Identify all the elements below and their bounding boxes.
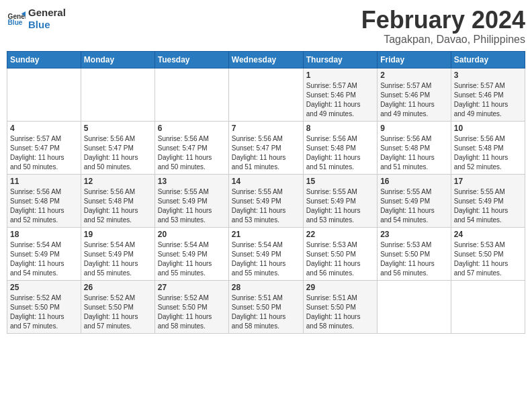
day-number: 3 [454, 71, 522, 80]
calendar-week-row: 1Sunrise: 5:57 AM Sunset: 5:46 PM Daylig… [7, 68, 525, 121]
calendar-cell: 29Sunrise: 5:51 AM Sunset: 5:50 PM Dayli… [303, 280, 377, 333]
calendar-cell: 5Sunrise: 5:56 AM Sunset: 5:47 PM Daylig… [81, 121, 154, 174]
calendar-cell: 1Sunrise: 5:57 AM Sunset: 5:46 PM Daylig… [303, 68, 377, 121]
day-number: 8 [306, 124, 374, 133]
calendar-cell [228, 68, 303, 121]
header-saturday: Saturday [451, 51, 525, 68]
page-subtitle: Tagakpan, Davao, Philippines [361, 34, 525, 46]
day-info: Sunrise: 5:55 AM Sunset: 5:49 PM Dayligh… [454, 187, 522, 225]
day-info: Sunrise: 5:57 AM Sunset: 5:47 PM Dayligh… [10, 134, 78, 172]
day-info: Sunrise: 5:57 AM Sunset: 5:46 PM Dayligh… [454, 81, 522, 119]
calendar-cell: 7Sunrise: 5:56 AM Sunset: 5:47 PM Daylig… [228, 121, 303, 174]
calendar-table: SundayMondayTuesdayWednesdayThursdayFrid… [7, 51, 525, 334]
day-info: Sunrise: 5:56 AM Sunset: 5:48 PM Dayligh… [10, 187, 78, 225]
calendar-cell [81, 68, 154, 121]
day-info: Sunrise: 5:57 AM Sunset: 5:46 PM Dayligh… [380, 81, 448, 119]
day-number: 9 [380, 124, 448, 133]
header-thursday: Thursday [303, 51, 377, 68]
day-info: Sunrise: 5:53 AM Sunset: 5:50 PM Dayligh… [454, 240, 522, 278]
day-number: 5 [84, 124, 152, 133]
day-info: Sunrise: 5:52 AM Sunset: 5:50 PM Dayligh… [84, 293, 152, 331]
day-info: Sunrise: 5:56 AM Sunset: 5:47 PM Dayligh… [84, 134, 152, 172]
logo-text-blue: Blue [28, 19, 66, 31]
day-number: 10 [454, 124, 522, 133]
day-info: Sunrise: 5:55 AM Sunset: 5:49 PM Dayligh… [232, 187, 300, 225]
day-info: Sunrise: 5:52 AM Sunset: 5:50 PM Dayligh… [158, 293, 226, 331]
calendar-cell: 21Sunrise: 5:54 AM Sunset: 5:49 PM Dayli… [228, 227, 303, 280]
calendar-cell: 20Sunrise: 5:54 AM Sunset: 5:49 PM Dayli… [154, 227, 228, 280]
calendar-cell: 9Sunrise: 5:56 AM Sunset: 5:48 PM Daylig… [378, 121, 451, 174]
calendar-cell [451, 280, 525, 333]
calendar-cell: 14Sunrise: 5:55 AM Sunset: 5:49 PM Dayli… [228, 174, 303, 227]
calendar-cell: 6Sunrise: 5:56 AM Sunset: 5:47 PM Daylig… [154, 121, 228, 174]
day-info: Sunrise: 5:56 AM Sunset: 5:47 PM Dayligh… [158, 134, 226, 172]
day-info: Sunrise: 5:56 AM Sunset: 5:48 PM Dayligh… [84, 187, 152, 225]
calendar-week-row: 4Sunrise: 5:57 AM Sunset: 5:47 PM Daylig… [7, 121, 525, 174]
day-info: Sunrise: 5:55 AM Sunset: 5:49 PM Dayligh… [306, 187, 374, 225]
calendar-cell [378, 280, 451, 333]
day-info: Sunrise: 5:54 AM Sunset: 5:49 PM Dayligh… [232, 240, 300, 278]
day-info: Sunrise: 5:54 AM Sunset: 5:49 PM Dayligh… [10, 240, 78, 278]
calendar-cell: 17Sunrise: 5:55 AM Sunset: 5:49 PM Dayli… [451, 174, 525, 227]
day-number: 28 [232, 283, 300, 292]
day-number: 1 [306, 71, 374, 80]
page-title: February 2024 [361, 7, 525, 34]
calendar-cell: 24Sunrise: 5:53 AM Sunset: 5:50 PM Dayli… [451, 227, 525, 280]
day-number: 7 [232, 124, 300, 133]
header-friday: Friday [378, 51, 451, 68]
calendar-cell: 11Sunrise: 5:56 AM Sunset: 5:48 PM Dayli… [7, 174, 81, 227]
day-number: 2 [380, 71, 448, 80]
day-info: Sunrise: 5:56 AM Sunset: 5:48 PM Dayligh… [454, 134, 522, 172]
day-info: Sunrise: 5:52 AM Sunset: 5:50 PM Dayligh… [10, 293, 78, 331]
calendar-cell [154, 68, 228, 121]
calendar-cell: 13Sunrise: 5:55 AM Sunset: 5:49 PM Dayli… [154, 174, 228, 227]
calendar-week-row: 18Sunrise: 5:54 AM Sunset: 5:49 PM Dayli… [7, 227, 525, 280]
calendar-cell: 15Sunrise: 5:55 AM Sunset: 5:49 PM Dayli… [303, 174, 377, 227]
day-number: 14 [232, 177, 300, 186]
calendar-cell: 22Sunrise: 5:53 AM Sunset: 5:50 PM Dayli… [303, 227, 377, 280]
logo-icon: General Blue [7, 9, 26, 28]
day-info: Sunrise: 5:54 AM Sunset: 5:49 PM Dayligh… [84, 240, 152, 278]
day-info: Sunrise: 5:51 AM Sunset: 5:50 PM Dayligh… [306, 293, 374, 331]
day-number: 15 [306, 177, 374, 186]
header-wednesday: Wednesday [228, 51, 303, 68]
day-info: Sunrise: 5:56 AM Sunset: 5:48 PM Dayligh… [380, 134, 448, 172]
day-number: 13 [158, 177, 226, 186]
day-number: 4 [10, 124, 78, 133]
day-info: Sunrise: 5:51 AM Sunset: 5:50 PM Dayligh… [232, 293, 300, 331]
day-info: Sunrise: 5:56 AM Sunset: 5:47 PM Dayligh… [232, 134, 300, 172]
header-sunday: Sunday [7, 51, 81, 68]
calendar-cell: 18Sunrise: 5:54 AM Sunset: 5:49 PM Dayli… [7, 227, 81, 280]
svg-text:Blue: Blue [8, 19, 23, 26]
day-number: 26 [84, 283, 152, 292]
day-info: Sunrise: 5:53 AM Sunset: 5:50 PM Dayligh… [306, 240, 374, 278]
day-number: 6 [158, 124, 226, 133]
day-number: 22 [306, 230, 374, 239]
calendar-cell: 27Sunrise: 5:52 AM Sunset: 5:50 PM Dayli… [154, 280, 228, 333]
day-number: 21 [232, 230, 300, 239]
logo-text-general: General [28, 7, 66, 19]
day-info: Sunrise: 5:53 AM Sunset: 5:50 PM Dayligh… [380, 240, 448, 278]
day-info: Sunrise: 5:55 AM Sunset: 5:49 PM Dayligh… [380, 187, 448, 225]
title-block: February 2024 Tagakpan, Davao, Philippin… [361, 7, 525, 46]
calendar-cell: 10Sunrise: 5:56 AM Sunset: 5:48 PM Dayli… [451, 121, 525, 174]
day-number: 25 [10, 283, 78, 292]
calendar-cell: 8Sunrise: 5:56 AM Sunset: 5:48 PM Daylig… [303, 121, 377, 174]
calendar-cell: 23Sunrise: 5:53 AM Sunset: 5:50 PM Dayli… [378, 227, 451, 280]
header-tuesday: Tuesday [154, 51, 228, 68]
calendar-cell: 4Sunrise: 5:57 AM Sunset: 5:47 PM Daylig… [7, 121, 81, 174]
day-info: Sunrise: 5:57 AM Sunset: 5:46 PM Dayligh… [306, 81, 374, 119]
day-info: Sunrise: 5:56 AM Sunset: 5:48 PM Dayligh… [306, 134, 374, 172]
day-number: 24 [454, 230, 522, 239]
day-number: 11 [10, 177, 78, 186]
calendar-cell: 26Sunrise: 5:52 AM Sunset: 5:50 PM Dayli… [81, 280, 154, 333]
day-info: Sunrise: 5:55 AM Sunset: 5:49 PM Dayligh… [158, 187, 226, 225]
header-monday: Monday [81, 51, 154, 68]
calendar-header-row: SundayMondayTuesdayWednesdayThursdayFrid… [7, 51, 525, 68]
calendar-cell: 3Sunrise: 5:57 AM Sunset: 5:46 PM Daylig… [451, 68, 525, 121]
day-number: 27 [158, 283, 226, 292]
calendar-cell: 25Sunrise: 5:52 AM Sunset: 5:50 PM Dayli… [7, 280, 81, 333]
day-number: 20 [158, 230, 226, 239]
calendar-week-row: 11Sunrise: 5:56 AM Sunset: 5:48 PM Dayli… [7, 174, 525, 227]
calendar-cell: 2Sunrise: 5:57 AM Sunset: 5:46 PM Daylig… [378, 68, 451, 121]
